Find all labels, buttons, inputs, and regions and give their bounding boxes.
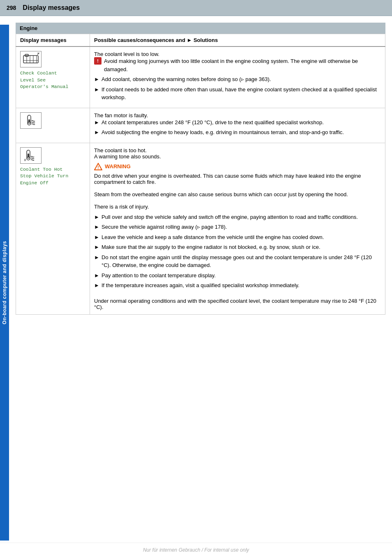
col-header-causes: Possible causes/consequences and ► Solut… xyxy=(90,34,385,47)
bullet-3-4: ► Make sure that the air supply to the e… xyxy=(94,243,381,251)
warning-triangle-icon: ! xyxy=(94,163,102,170)
warning-label: WARNING xyxy=(105,163,131,169)
svg-text:!: ! xyxy=(97,165,99,170)
causes-intro-1: The coolant level is too low. xyxy=(94,51,381,57)
coolant-level-icon xyxy=(22,52,40,66)
coolant-level-icon-box xyxy=(20,51,42,67)
arrow-icon-3-2: ► xyxy=(94,223,100,231)
warning-header: ! WARNING xyxy=(94,163,381,170)
causes-cell-2: The fan motor is faulty. ► At coolant te… xyxy=(90,108,385,143)
warning-text-1: Do not drive when your engine is overhea… xyxy=(94,173,381,185)
display-text-3: Coolant Too HotStop Vehicle TurnEngine O… xyxy=(20,166,68,187)
bullet-text-3-6: Pay attention to the coolant temperature… xyxy=(101,272,381,280)
arrow-icon-3-1: ► xyxy=(94,213,100,221)
table-row: Coolant Too HotStop Vehicle TurnEngine O… xyxy=(16,143,385,314)
bullet-text-3-2: Secure the vehicle against rolling away … xyxy=(101,223,381,231)
display-cell-3: Coolant Too HotStop Vehicle TurnEngine O… xyxy=(16,143,90,314)
bullet-3-2: ► Secure the vehicle against rolling awa… xyxy=(94,223,381,231)
bullet-3-3: ► Leave the vehicle and keep a safe dist… xyxy=(94,233,381,241)
arrow-icon-3-4: ► xyxy=(94,243,100,251)
arrow-icon-3-7: ► xyxy=(94,281,100,290)
bullet-3-7: ► If the temperature increases again, vi… xyxy=(94,281,381,290)
bullet-text-3-4: Make sure that the air supply to the eng… xyxy=(101,243,381,251)
bullet-text-2-2: Avoid subjecting the engine to heavy loa… xyxy=(101,128,381,137)
causes-outro-3: Under normal operating conditions and wi… xyxy=(94,298,381,310)
bullet-3-6: ► Pay attention to the coolant temperatu… xyxy=(94,272,381,280)
bullet-2-1: ► At coolant temperatures under 248 °F (… xyxy=(94,118,381,127)
coolant-hot-icon-box xyxy=(20,147,42,164)
fan-motor-icon-box xyxy=(20,112,42,129)
page-number: 298 xyxy=(7,5,16,11)
display-table: Display messages Possible causes/consequ… xyxy=(16,34,385,315)
arrow-icon-3-6: ► xyxy=(94,272,100,280)
sidebar-label: On-board computer and displays xyxy=(2,241,7,324)
arrow-icon-1-2: ► xyxy=(94,86,100,94)
causes-cell-1: The coolant level is too low. ! Avoid ma… xyxy=(90,46,385,108)
fan-motor-icon xyxy=(22,114,40,128)
col-header-display: Display messages xyxy=(16,34,90,47)
warning-text-3: There is a risk of injury. xyxy=(94,204,381,210)
section-header: Engine xyxy=(16,23,385,34)
main-content: Engine Display messages Possible causes/… xyxy=(9,16,392,543)
top-header: 298 Display messages xyxy=(0,0,392,16)
warning-block: ! WARNING Do not drive when your engine … xyxy=(94,163,381,210)
bullet-text-1-2: If coolant needs to be added more often … xyxy=(101,86,381,102)
error-icon-1: ! xyxy=(94,57,101,65)
causes-intro-3b: A warning tone also sounds. xyxy=(94,153,381,160)
arrow-icon-2-2: ► xyxy=(94,128,100,137)
bullet-text-1-1: Add coolant, observing the warning notes… xyxy=(101,75,381,84)
footer-text: Nur für internen Gebrauch / For internal… xyxy=(143,547,249,553)
arrow-icon-2-1: ► xyxy=(94,118,100,127)
header-title: Display messages xyxy=(23,4,80,12)
bullet-1-2: ► If coolant needs to be added more ofte… xyxy=(94,86,381,102)
warning-text-2: Steam from the overheated engine can als… xyxy=(94,191,381,197)
arrow-icon-3-5: ► xyxy=(94,253,100,262)
display-cell-1: Check CoolantLevel SeeOperator's Manual xyxy=(16,46,90,108)
table-row: Check CoolantLevel SeeOperator's Manual … xyxy=(16,46,385,108)
table-row: The fan motor is faulty. ► At coolant te… xyxy=(16,108,385,143)
col2-header-text: Possible causes/consequences and ► Solut… xyxy=(94,37,218,43)
sidebar-label-container: On-board computer and displays xyxy=(0,25,9,541)
bullet-error-1: ! Avoid making long journeys with too li… xyxy=(94,57,381,73)
bullet-text-3-7: If the temperature increases again, visi… xyxy=(101,281,381,290)
display-cell-2 xyxy=(16,108,90,143)
footer: Nur für internen Gebrauch / For internal… xyxy=(0,543,392,557)
arrow-icon-1-1: ► xyxy=(94,75,100,84)
bullet-1-1: ► Add coolant, observing the warning not… xyxy=(94,75,381,84)
bullet-3-1: ► Pull over and stop the vehicle safely … xyxy=(94,213,381,221)
bullet-3-5: ► Do not start the engine again until th… xyxy=(94,253,381,269)
coolant-hot-icon xyxy=(22,149,40,162)
triangle-svg: ! xyxy=(94,163,102,170)
bullet-text-3-3: Leave the vehicle and keep a safe distan… xyxy=(101,233,381,241)
page-wrapper: 298 Display messages On-board computer a… xyxy=(0,0,392,557)
bullet-text-2-1: At coolant temperatures under 248 °F (12… xyxy=(101,118,381,127)
arrow-icon-3-3: ► xyxy=(94,233,100,241)
bullet-2-2: ► Avoid subjecting the engine to heavy l… xyxy=(94,128,381,137)
bullet-text-error-1: Avoid making long journeys with too litt… xyxy=(104,57,381,73)
causes-intro-2: The fan motor is faulty. xyxy=(94,112,381,118)
display-text-1: Check CoolantLevel SeeOperator's Manual xyxy=(20,70,68,91)
bullet-text-3-5: Do not start the engine again until the … xyxy=(101,253,381,269)
bullet-text-3-1: Pull over and stop the vehicle safely an… xyxy=(101,213,381,221)
causes-cell-3: The coolant is too hot. A warning tone a… xyxy=(90,143,385,314)
causes-intro-3a: The coolant is too hot. xyxy=(94,147,381,153)
